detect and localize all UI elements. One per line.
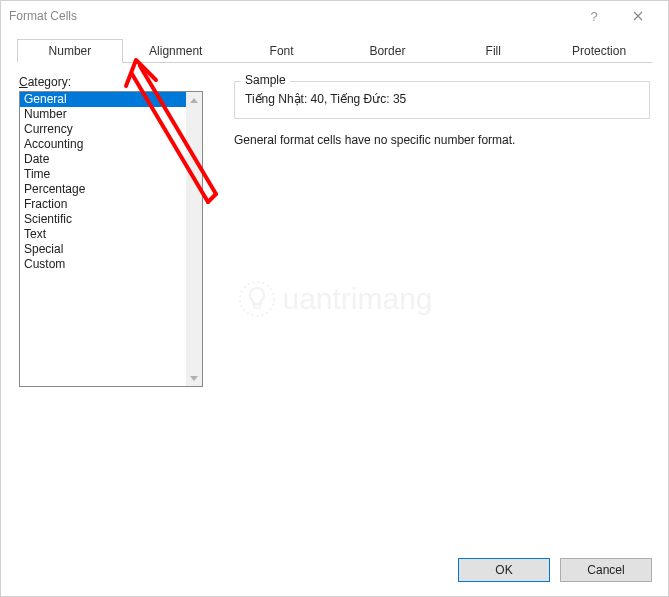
scroll-down-button[interactable] <box>186 370 202 386</box>
tab-fill[interactable]: Fill <box>440 39 546 62</box>
category-listbox[interactable]: General Number Currency Accounting Date … <box>19 91 203 387</box>
tab-protection[interactable]: Protection <box>546 39 652 62</box>
window-title: Format Cells <box>9 9 572 23</box>
list-item[interactable]: Percentage <box>20 182 186 197</box>
tab-panel-number: Category: General Number Currency Accoun… <box>17 63 652 387</box>
ok-button[interactable]: OK <box>458 558 550 582</box>
list-item[interactable]: Currency <box>20 122 186 137</box>
dialog-content: Number Alignment Font Border Fill Protec… <box>1 31 668 387</box>
scroll-track[interactable] <box>186 108 202 370</box>
scroll-up-button[interactable] <box>186 92 202 108</box>
list-item[interactable]: Scientific <box>20 212 186 227</box>
list-item[interactable]: Fraction <box>20 197 186 212</box>
chevron-up-icon <box>190 98 198 103</box>
close-button[interactable] <box>616 1 660 31</box>
category-column: Category: General Number Currency Accoun… <box>19 75 214 387</box>
sample-column: Sample Tiếng Nhật: 40, Tiếng Đức: 35 Gen… <box>214 75 650 387</box>
category-items: General Number Currency Accounting Date … <box>20 92 186 386</box>
listbox-scrollbar[interactable] <box>186 92 202 386</box>
dialog-footer: OK Cancel <box>458 558 652 582</box>
list-item[interactable]: Special <box>20 242 186 257</box>
list-item[interactable]: Custom <box>20 257 186 272</box>
tab-number[interactable]: Number <box>17 39 123 63</box>
list-item[interactable]: Time <box>20 167 186 182</box>
tab-border[interactable]: Border <box>334 39 440 62</box>
chevron-down-icon <box>190 376 198 381</box>
tab-font[interactable]: Font <box>229 39 335 62</box>
tabstrip: Number Alignment Font Border Fill Protec… <box>17 39 652 63</box>
sample-legend: Sample <box>241 73 290 87</box>
help-button[interactable]: ? <box>572 1 616 31</box>
category-label: Category: <box>19 75 214 89</box>
list-item[interactable]: Accounting <box>20 137 186 152</box>
close-icon <box>633 11 643 21</box>
list-item[interactable]: Number <box>20 107 186 122</box>
list-item[interactable]: General <box>20 92 186 107</box>
list-item[interactable]: Date <box>20 152 186 167</box>
list-item[interactable]: Text <box>20 227 186 242</box>
sample-groupbox: Sample Tiếng Nhật: 40, Tiếng Đức: 35 <box>234 81 650 119</box>
format-description: General format cells have no specific nu… <box>234 133 650 147</box>
titlebar: Format Cells ? <box>1 1 668 31</box>
sample-value: Tiếng Nhật: 40, Tiếng Đức: 35 <box>245 92 639 106</box>
tab-alignment[interactable]: Alignment <box>123 39 229 62</box>
cancel-button[interactable]: Cancel <box>560 558 652 582</box>
